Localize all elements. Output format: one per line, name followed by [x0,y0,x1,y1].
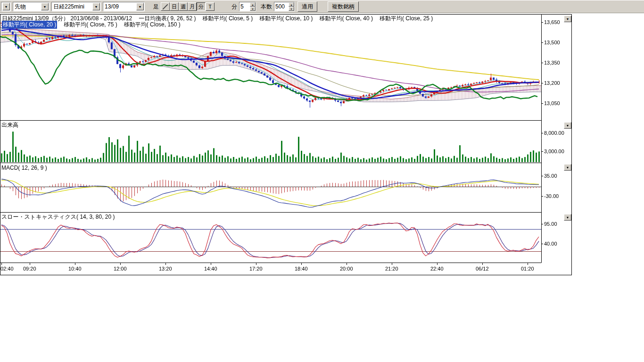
period-button-month[interactable]: 月 [188,2,197,11]
chevron-down-icon: ▼ [566,166,570,169]
period-button-diagonal[interactable] [161,2,170,11]
stoch-axis-dropdown-button[interactable]: ▼ [564,214,571,221]
chevron-down-icon: ▼ [566,216,570,219]
spinner[interactable]: ▲▼ [289,2,294,11]
spinner-down-icon[interactable]: ▼ [250,7,256,11]
legend-ma75[interactable]: 移動平均( Close, 75 ) [64,21,117,29]
legend-ma150[interactable]: 移動平均( Close, 150 ) [124,21,181,29]
period-button-week[interactable]: 週 [179,2,188,11]
legend-ma40[interactable]: 移動平均( Close, 40 ) [320,15,373,23]
app-window: ▼ 先物 ▼ 日経225mini ▼ 13/09 ▼ 足 日 週 月 分 T 分… [0,0,644,362]
minute-label: 分 [231,3,237,11]
period-button-day[interactable]: 日 [170,2,179,11]
legend-ma10[interactable]: 移動平均( Close, 10 ) [259,15,313,23]
volume-axis-dropdown-button[interactable]: ▼ [564,122,571,129]
bar-count-input[interactable] [274,3,289,10]
chevron-down-icon: ▼ [566,124,570,127]
multi-symbol-button[interactable]: 複数銘柄 [328,1,359,12]
contract-month-value: 13/09 [103,3,136,10]
legend-ma20-selected[interactable]: 移動平均( Close, 20 ) [2,21,57,29]
period-button-minute[interactable]: 分 [197,2,206,11]
minute-count-input[interactable] [239,3,250,10]
chevron-down-icon: ▼ [136,3,144,10]
chart-canvas[interactable] [0,14,572,276]
ashi-label: 足 [153,3,159,11]
apply-button[interactable]: 適用 [297,1,317,12]
toolbar-mini-dropdown[interactable]: ▼ [1,2,11,11]
period-button-tick[interactable]: T [206,2,215,11]
instrument-type-value: 先物 [13,3,41,11]
bar-count-field: ▲▼ [274,2,295,11]
chevron-down-icon: ▼ [566,17,570,21]
minute-count-field: ▲▼ [239,2,256,11]
instrument-type-combo[interactable]: 先物 ▼ [13,2,50,11]
chart-legend-row2: 移動平均( Close, 20 ) 移動平均( Close, 75 ) 移動平均… [2,21,187,29]
macd-axis-dropdown-button[interactable]: ▼ [564,164,571,171]
stoch-panel-label: スロー・ストキャスティクス( 14, 3, 80, 20 ) [1,213,115,221]
toolbar: ▼ 先物 ▼ 日経225mini ▼ 13/09 ▼ 足 日 週 月 分 T 分… [0,0,644,13]
chevron-down-icon: ▼ [2,3,10,10]
chevron-down-icon: ▼ [41,3,49,10]
symbol-combo[interactable]: 日経225mini ▼ [51,2,101,11]
diagonal-line-icon [163,4,168,9]
spinner[interactable]: ▲▼ [250,2,256,11]
macd-panel-label: MACD( 12, 26, 9 ) [1,165,47,171]
symbol-value: 日経225mini [52,3,92,11]
price-axis-dropdown-button[interactable]: ▼ [564,16,571,22]
spinner-up-icon[interactable]: ▲ [289,2,294,7]
period-button-group: 日 週 月 分 T [161,2,215,11]
legend-ma25[interactable]: 移動平均( Close, 25 ) [380,15,433,23]
contract-month-combo[interactable]: 13/09 ▼ [103,2,145,11]
legend-ma5[interactable]: 移動平均( Close, 5 ) [203,15,253,23]
spinner-up-icon[interactable]: ▲ [250,2,256,7]
volume-panel-label: 出来高 [1,121,18,129]
chevron-down-icon: ▼ [92,3,100,10]
spinner-down-icon[interactable]: ▼ [289,7,294,11]
bar-count-label: 本数 [261,3,272,11]
